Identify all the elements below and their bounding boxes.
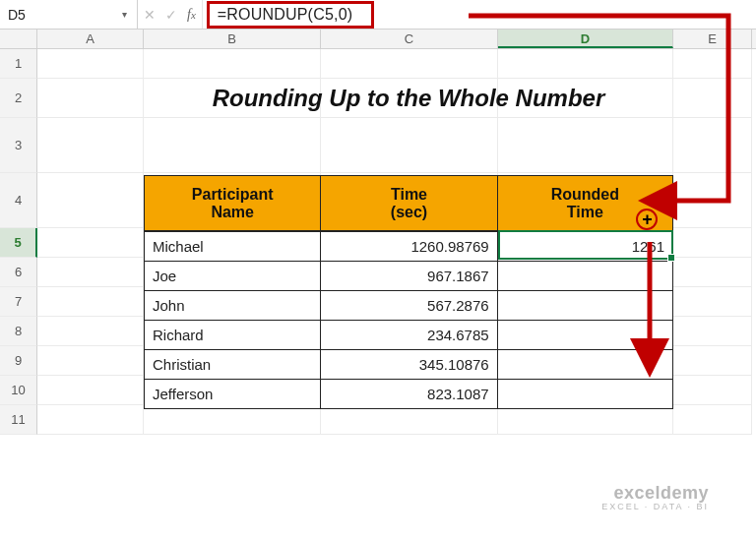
sheet-title-area: Rounding Up to the Whole Number	[144, 79, 673, 118]
cell-time[interactable]: 234.6785	[321, 320, 497, 349]
formula-input[interactable]: =ROUNDUP(C5,0)	[207, 1, 374, 29]
formula-controls: ✕ ✓ fx	[138, 0, 203, 29]
watermark-line1: exceldemy	[601, 484, 709, 503]
enter-icon[interactable]: ✓	[165, 7, 177, 23]
cell-rounded[interactable]	[498, 320, 672, 349]
header-participant: Participant Name	[145, 176, 321, 231]
table-row[interactable]: Michael1260.987691261	[145, 231, 672, 261]
cell-rounded[interactable]	[498, 379, 672, 408]
formula-bar[interactable]: =ROUNDUP(C5,0)	[203, 0, 756, 29]
row-head-8[interactable]: 8	[0, 317, 37, 346]
cell-name[interactable]: Christian	[145, 349, 321, 379]
header-participant-l1: Participant	[192, 186, 274, 204]
cell[interactable]	[673, 258, 752, 287]
col-head-E[interactable]: E	[673, 30, 752, 48]
grid-body: 1234567891011 Rounding Up to the Whole N…	[0, 49, 756, 435]
cell[interactable]	[673, 79, 752, 118]
cell[interactable]	[673, 287, 752, 317]
cell-name[interactable]: Jefferson	[145, 379, 321, 408]
cell-rounded[interactable]: 1261	[498, 231, 672, 261]
cell[interactable]	[673, 49, 752, 79]
row-head-3[interactable]: 3	[0, 118, 37, 173]
cell-name[interactable]: Joe	[145, 261, 321, 290]
cell[interactable]	[673, 173, 752, 228]
cell-rounded[interactable]	[498, 349, 672, 379]
cell[interactable]	[37, 79, 144, 118]
page-title: Rounding Up to the Whole Number	[213, 85, 605, 112]
cell[interactable]	[673, 346, 752, 376]
cell[interactable]	[37, 173, 144, 228]
cell[interactable]	[37, 258, 144, 287]
cell-time[interactable]: 1260.98769	[321, 231, 497, 261]
name-box-container[interactable]: D5 ▾	[0, 0, 138, 29]
cancel-icon[interactable]: ✕	[144, 7, 156, 23]
data-table: Participant Name Time (sec) Rounded Time…	[144, 175, 673, 409]
row-head-7[interactable]: 7	[0, 287, 37, 317]
row-head-6[interactable]: 6	[0, 258, 37, 287]
cell[interactable]	[37, 346, 144, 376]
table-row[interactable]: Joe967.1867	[145, 261, 672, 290]
cell[interactable]	[37, 376, 144, 405]
table-row[interactable]: John567.2876	[145, 290, 672, 320]
row-head-9[interactable]: 9	[0, 346, 37, 376]
col-head-B[interactable]: B	[144, 30, 321, 48]
table-row[interactable]: Jefferson823.1087	[145, 379, 672, 408]
cell[interactable]	[498, 405, 673, 435]
cell[interactable]	[144, 118, 321, 173]
cell[interactable]	[673, 118, 752, 173]
select-all-triangle[interactable]	[0, 30, 37, 48]
cell[interactable]	[37, 49, 144, 79]
cell[interactable]	[144, 49, 321, 79]
row-head-5[interactable]: 5	[0, 228, 37, 258]
formula-bar-row: D5 ▾ ✕ ✓ fx =ROUNDUP(C5,0)	[0, 0, 756, 30]
col-head-D[interactable]: D	[498, 30, 673, 48]
name-box[interactable]: D5	[8, 7, 115, 23]
row-head-11[interactable]: 11	[0, 405, 37, 435]
row-head-2[interactable]: 2	[0, 79, 37, 118]
header-time-l2: (sec)	[391, 204, 427, 221]
cell-rounded[interactable]	[498, 290, 672, 320]
cell-time[interactable]: 967.1867	[321, 261, 497, 290]
row-head-1[interactable]: 1	[0, 49, 37, 79]
cell[interactable]	[37, 405, 144, 435]
crosshair-icon: +	[642, 210, 653, 228]
cell-name[interactable]: Michael	[145, 231, 321, 261]
cell[interactable]	[321, 118, 498, 173]
row-head-10[interactable]: 10	[0, 376, 37, 405]
cell-time[interactable]: 345.10876	[321, 349, 497, 379]
watermark-line2: EXCEL · DATA · BI	[601, 503, 709, 511]
cell[interactable]	[498, 49, 673, 79]
cell[interactable]	[37, 317, 144, 346]
cell[interactable]	[498, 118, 673, 173]
cell[interactable]	[673, 405, 752, 435]
cell-rounded[interactable]	[498, 261, 672, 290]
row-head-4[interactable]: 4	[0, 173, 37, 228]
cell[interactable]	[37, 287, 144, 317]
column-headers: A B C D E	[0, 30, 756, 49]
cell-time[interactable]: 823.1087	[321, 379, 497, 408]
cell-name[interactable]: Richard	[145, 320, 321, 349]
cell[interactable]	[673, 228, 752, 258]
cell[interactable]	[321, 49, 498, 79]
watermark: exceldemy EXCEL · DATA · BI	[601, 484, 709, 511]
table-header-row: Participant Name Time (sec) Rounded Time	[145, 176, 672, 231]
insert-function-icon[interactable]: fx	[187, 7, 196, 23]
cell[interactable]	[321, 405, 498, 435]
cell[interactable]	[37, 118, 144, 173]
table-row[interactable]: Richard234.6785	[145, 320, 672, 349]
cell[interactable]	[673, 376, 752, 405]
header-time: Time (sec)	[321, 176, 497, 231]
cell-name[interactable]: John	[145, 290, 321, 320]
name-box-dropdown-icon[interactable]: ▾	[115, 6, 133, 24]
cell[interactable]	[37, 228, 144, 258]
col-head-A[interactable]: A	[37, 30, 144, 48]
cell-time[interactable]: 567.2876	[321, 290, 497, 320]
header-time-l1: Time	[391, 186, 427, 204]
table-row[interactable]: Christian345.10876	[145, 349, 672, 379]
col-head-C[interactable]: C	[321, 30, 498, 48]
cell[interactable]	[144, 405, 321, 435]
cells-area[interactable]: Rounding Up to the Whole Number Particip…	[37, 49, 756, 435]
row-headers: 1234567891011	[0, 49, 37, 435]
header-rounded-l2: Time	[567, 204, 603, 221]
cell[interactable]	[673, 317, 752, 346]
